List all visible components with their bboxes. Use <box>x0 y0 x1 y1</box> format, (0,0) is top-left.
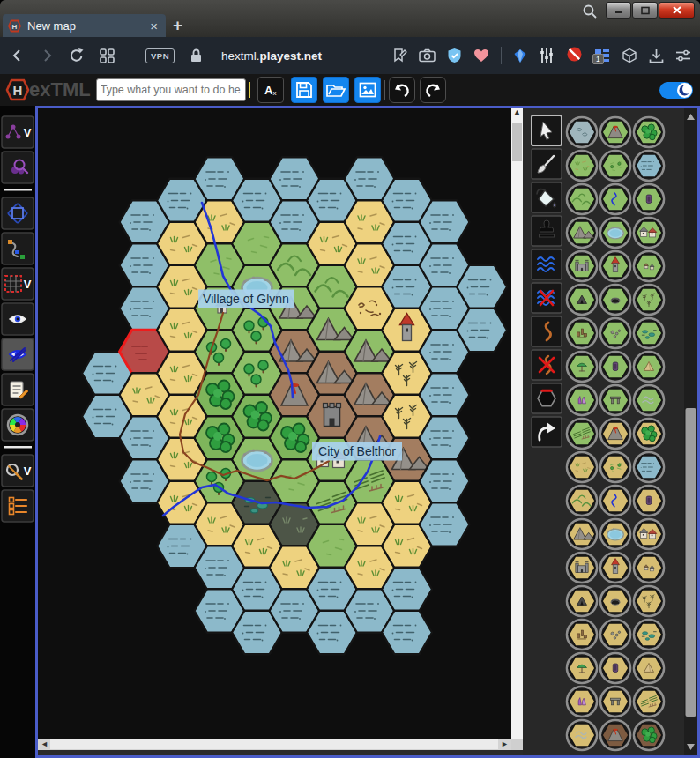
palette-tile-tan-fields[interactable] <box>634 687 664 717</box>
heart-icon[interactable] <box>473 48 489 63</box>
image-button[interactable] <box>354 77 381 103</box>
sidebar-selection-tool[interactable]: V <box>2 268 34 300</box>
dark-mode-toggle[interactable] <box>659 82 693 99</box>
undo-button[interactable] <box>389 77 415 103</box>
palette-brush-tool[interactable] <box>532 149 562 179</box>
palette-tile-tan-castle[interactable] <box>567 553 597 583</box>
palette-tile-brown-volcano[interactable] <box>600 720 630 750</box>
filters-sliders-icon[interactable] <box>539 48 555 63</box>
palette-road-tool[interactable] <box>532 316 562 346</box>
gem-icon[interactable] <box>513 48 527 63</box>
palette-tile-green-door[interactable] <box>600 352 630 382</box>
lock-icon[interactable] <box>190 48 203 63</box>
palette-tile-green-tower[interactable] <box>600 251 630 281</box>
redo-button[interactable] <box>420 77 446 103</box>
palette-tile-tan-swamp[interactable] <box>634 620 664 650</box>
canvas-vertical-scrollbar[interactable]: ▲ <box>511 108 523 739</box>
palette-select-tool[interactable] <box>532 115 562 145</box>
palette-tile-tan-pyramid[interactable] <box>634 653 664 683</box>
palette-tile-green-door[interactable] <box>634 184 664 214</box>
tab-close-icon[interactable]: × <box>147 19 160 33</box>
maximize-button[interactable] <box>632 2 658 19</box>
palette-tile-tan-ruins[interactable] <box>567 620 597 650</box>
sidebar-player-view-tool[interactable] <box>2 152 34 183</box>
map-canvas[interactable]: Village of GlynnCity of Belthor <box>38 108 511 739</box>
sidebar-hide-tool[interactable] <box>2 338 34 370</box>
command-input[interactable] <box>96 78 246 101</box>
palette-tile-tan-rocks[interactable] <box>600 620 630 650</box>
palette-tile-water-water[interactable] <box>634 151 664 181</box>
palette-tile-tan-huts[interactable] <box>634 553 664 583</box>
reload-icon[interactable] <box>69 48 85 63</box>
palette-tile-tan-crystals[interactable] <box>567 687 597 717</box>
new-tab-button[interactable]: + <box>173 16 182 35</box>
palette-tile-tan-cave[interactable] <box>600 586 630 616</box>
palette-tile-tan-deadtrees[interactable] <box>634 586 664 616</box>
palette-tile-tan-door[interactable] <box>634 486 664 516</box>
sidebar-zoom-options-tool[interactable]: V <box>2 455 34 487</box>
palette-tile-tan-city[interactable] <box>634 519 664 549</box>
canvas-hscroll-thumb[interactable] <box>50 739 498 749</box>
palette-tile-tan-tent[interactable] <box>567 586 597 616</box>
sidebar-show-tool[interactable] <box>2 303 34 335</box>
palette-river-erase-tool[interactable] <box>532 283 562 313</box>
palette-tile-tan-lake[interactable] <box>600 519 630 549</box>
palette-fill-tool[interactable] <box>532 182 562 212</box>
palette-tile-green-castle[interactable] <box>567 251 597 281</box>
palette-tile-green-river[interactable] <box>600 184 630 214</box>
palette-tile-tan-plain[interactable] <box>567 452 597 482</box>
speeddial-grid-icon[interactable] <box>100 48 115 63</box>
palette-tile-green-swamp[interactable] <box>634 318 664 348</box>
palette-tile-green-huts[interactable] <box>634 251 664 281</box>
map-label[interactable]: City of Belthor <box>312 442 402 461</box>
palette-tile-tan-door[interactable] <box>600 653 630 683</box>
palette-tile-green-fog[interactable] <box>634 385 664 415</box>
address-url[interactable]: hextml.playest.net <box>221 49 322 63</box>
blocker-icon[interactable]: 1 <box>566 46 583 66</box>
palette-tile-green-pavilion[interactable] <box>567 352 597 382</box>
palette-tile-green-ruins[interactable] <box>567 318 597 348</box>
palette-tile-green-rocks[interactable] <box>600 318 630 348</box>
palette-tile-tan-pavilion[interactable] <box>567 653 597 683</box>
shield-check-icon[interactable] <box>447 48 462 63</box>
palette-jump-tool[interactable] <box>532 417 562 447</box>
back-icon[interactable] <box>11 48 25 63</box>
extension-cube-icon[interactable] <box>622 48 637 63</box>
palette-stamp-tool[interactable] <box>532 216 562 246</box>
palette-tile-tan-tower[interactable] <box>600 553 630 583</box>
palette-tile-tan-bridge[interactable] <box>600 687 630 717</box>
open-button[interactable] <box>323 77 349 103</box>
save-button[interactable] <box>291 77 317 103</box>
browser-tab[interactable]: H New map × <box>3 14 166 37</box>
palette-tile-tan-bushes[interactable] <box>600 452 630 482</box>
canvas-horizontal-scrollbar[interactable]: ◄ ► <box>38 739 511 750</box>
palette-tile-tan-forest[interactable] <box>634 419 664 449</box>
settings-tune-icon[interactable] <box>675 48 691 63</box>
vpn-badge[interactable]: VPN <box>145 48 175 63</box>
palette-scroll-thumb[interactable] <box>686 408 696 717</box>
palette-tile-green-lake[interactable] <box>600 218 630 248</box>
map-label[interactable]: Village of Glynn <box>198 290 294 308</box>
forward-icon[interactable] <box>40 48 54 63</box>
palette-tile-green-hills[interactable] <box>567 184 597 214</box>
sidebar-color-wheel-tool[interactable] <box>2 409 34 441</box>
palette-tile-green-forest[interactable] <box>634 117 664 147</box>
palette-tile-green-bushes[interactable] <box>600 151 630 181</box>
palette-tile-green-fields[interactable] <box>567 419 597 449</box>
download-icon[interactable] <box>649 48 664 63</box>
sidebar-path-measure-tool[interactable] <box>2 233 34 264</box>
palette-tile-tan-volcano[interactable] <box>600 419 630 449</box>
bookmark-edit-icon[interactable] <box>391 48 407 63</box>
palette-tile-tan-mountain[interactable] <box>567 519 597 549</box>
palette-tile-green-pyramid[interactable] <box>634 352 664 382</box>
palette-tile-green-plain[interactable] <box>567 151 597 181</box>
sidebar-submap-tool[interactable]: V <box>2 116 34 148</box>
sidebar-layers-tool[interactable] <box>2 197 34 229</box>
minimize-button[interactable] <box>606 2 631 19</box>
sidebar-notes-tool[interactable] <box>2 374 34 405</box>
palette-tile-green-deadtrees[interactable] <box>634 285 664 315</box>
palette-tile-green-bridge[interactable] <box>600 385 630 415</box>
translate-button[interactable]: Ax <box>257 77 284 103</box>
canvas-vscroll-thumb[interactable] <box>512 123 522 161</box>
sidebar-legend-tool[interactable] <box>2 490 34 522</box>
